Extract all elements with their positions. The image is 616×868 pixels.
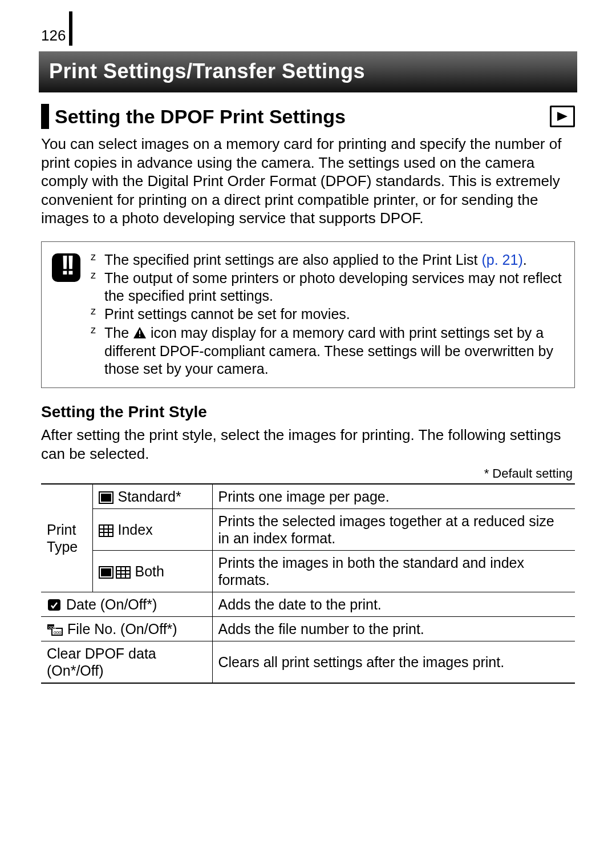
index-print-icon bbox=[99, 524, 114, 537]
option-label: Index bbox=[118, 522, 153, 538]
option-desc: Prints the selected images together at a… bbox=[212, 509, 575, 551]
svg-rect-3 bbox=[139, 336, 140, 337]
table-row: Index Prints the selected images togethe… bbox=[41, 509, 575, 551]
bullet-z: z bbox=[91, 305, 96, 318]
svg-text:000: 000 bbox=[48, 625, 56, 630]
table-row: Clear DPOF data (On*/Off) Clears all pri… bbox=[41, 641, 575, 684]
bullet-z: z bbox=[91, 324, 96, 337]
default-setting-note: * Default setting bbox=[41, 466, 573, 481]
option-cell: Index bbox=[92, 509, 212, 551]
svg-rect-6 bbox=[99, 525, 113, 536]
section-heading-text: Setting the DPOF Print Settings bbox=[55, 106, 346, 128]
playback-mode-icon bbox=[550, 106, 575, 127]
caution-box: !! z The specified print settings are al… bbox=[41, 241, 575, 389]
caution-item: z Print settings cannot be set for movie… bbox=[91, 305, 564, 323]
option-label: Clear DPOF data (On*/Off) bbox=[47, 645, 156, 679]
option-label: Standard* bbox=[118, 488, 181, 504]
option-cell: Both bbox=[92, 551, 212, 592]
caution-icon: !! bbox=[52, 253, 80, 282]
page-ref-link[interactable]: (p. 21) bbox=[481, 252, 522, 268]
caution-text: The output of some printers or photo dev… bbox=[104, 270, 562, 304]
manual-page: 126 Print Settings/Transfer Settings Set… bbox=[0, 0, 616, 868]
print-style-table: Print Type Standard* Prints one image pe… bbox=[41, 483, 575, 684]
option-desc: Adds the date to the print. bbox=[212, 592, 575, 617]
caution-text: Print settings cannot be set for movies. bbox=[104, 306, 350, 322]
chapter-title: Print Settings/Transfer Settings bbox=[39, 51, 577, 92]
table-row: Both Prints the images in both the stand… bbox=[41, 551, 575, 592]
caution-item: z The specified print settings are also … bbox=[91, 251, 564, 269]
svg-rect-12 bbox=[101, 568, 111, 576]
option-label: Date (On/Off*) bbox=[66, 596, 157, 612]
both-print-icon bbox=[99, 566, 131, 579]
date-icon bbox=[47, 598, 62, 612]
svg-rect-13 bbox=[116, 567, 130, 578]
standard-print-icon bbox=[99, 491, 114, 504]
caution-text: The specified print settings are also ap… bbox=[104, 252, 481, 268]
section-heading-tab bbox=[41, 104, 49, 129]
svg-rect-5 bbox=[101, 494, 111, 502]
option-label: File No. (On/Off*) bbox=[67, 621, 177, 637]
option-label: Both bbox=[135, 563, 164, 579]
warning-triangle-icon bbox=[133, 325, 147, 343]
caution-item: z The icon may display for a memory card… bbox=[91, 324, 564, 378]
page-number-block: 126 bbox=[41, 11, 575, 45]
section-heading-row: Setting the DPOF Print Settings bbox=[41, 104, 575, 129]
caution-item: z The output of some printers or photo d… bbox=[91, 269, 564, 304]
option-desc: Prints the images in both the standard a… bbox=[212, 551, 575, 592]
caution-text: The bbox=[104, 325, 133, 341]
caution-list: z The specified print settings are also … bbox=[91, 251, 564, 379]
caution-text: icon may display for a memory card with … bbox=[104, 325, 553, 377]
option-cell: Clear DPOF data (On*/Off) bbox=[41, 641, 212, 684]
section-heading: Setting the DPOF Print Settings bbox=[41, 104, 346, 129]
page-number-divider bbox=[69, 11, 72, 46]
section-intro: You can select images on a memory card f… bbox=[41, 135, 575, 228]
file-number-icon: 000000 bbox=[47, 623, 63, 636]
print-type-rowhead: Print Type bbox=[41, 484, 92, 592]
svg-marker-0 bbox=[557, 112, 568, 121]
option-desc: Prints one image per page. bbox=[212, 484, 575, 509]
option-cell: 000000File No. (On/Off*) bbox=[41, 617, 212, 641]
table-row: 000000File No. (On/Off*) Adds the file n… bbox=[41, 617, 575, 641]
page-number: 126 bbox=[41, 27, 69, 45]
option-desc: Clears all print settings after the imag… bbox=[212, 641, 575, 684]
option-cell: Date (On/Off*) bbox=[41, 592, 212, 617]
bullet-z: z bbox=[91, 251, 96, 264]
svg-rect-2 bbox=[139, 330, 140, 334]
table-row: Print Type Standard* Prints one image pe… bbox=[41, 484, 575, 509]
svg-text:000: 000 bbox=[54, 630, 62, 635]
option-cell: Standard* bbox=[92, 484, 212, 509]
subsection-intro: After setting the print style, select th… bbox=[41, 426, 575, 463]
subsection-heading: Setting the Print Style bbox=[41, 403, 575, 421]
svg-rect-18 bbox=[48, 599, 60, 611]
bullet-z: z bbox=[91, 269, 96, 282]
option-desc: Adds the file number to the print. bbox=[212, 617, 575, 641]
table-row: Date (On/Off*) Adds the date to the prin… bbox=[41, 592, 575, 617]
caution-text: . bbox=[523, 252, 527, 268]
